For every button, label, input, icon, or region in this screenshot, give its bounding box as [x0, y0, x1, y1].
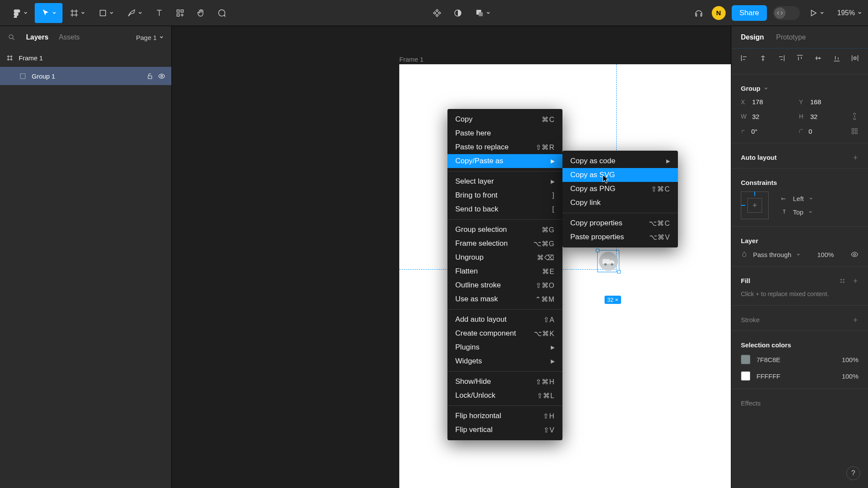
zoom-value: 195% [837, 9, 855, 17]
layer-frame-1[interactable]: Frame 1 [0, 49, 171, 67]
group-heading[interactable]: Group [741, 85, 760, 92]
layer-group-1[interactable]: Group 1 [0, 67, 171, 85]
mask-toggle-button[interactable] [448, 3, 468, 23]
menu-item[interactable]: Send to back[ [447, 202, 562, 216]
menu-item[interactable]: Paste to replace⇧⌘R [447, 140, 562, 154]
dev-mode-toggle[interactable] [773, 6, 800, 20]
component-insert-button[interactable] [427, 3, 447, 23]
layer-opacity[interactable]: 100% [817, 251, 834, 258]
color1-opacity[interactable]: 100% [842, 356, 858, 363]
shape-tool-button[interactable] [92, 3, 120, 23]
context-menu: Copy⌘CPaste herePaste to replace⇧⌘RCopy/… [447, 109, 562, 440]
frame-label[interactable]: Frame 1 [399, 56, 424, 63]
tab-design[interactable]: Design [741, 33, 764, 41]
color2-hex[interactable]: FFFFFF [756, 373, 780, 380]
constraint-horizontal[interactable]: Left [781, 195, 813, 202]
x-value[interactable]: 178 [752, 98, 776, 106]
independent-corners-icon[interactable] [851, 127, 858, 135]
pen-tool-button[interactable] [121, 3, 148, 23]
menu-item[interactable]: Plugins▶ [447, 340, 562, 354]
align-controls [731, 49, 868, 69]
color-swatch-1[interactable] [741, 355, 750, 364]
page-selector-label: Page 1 [136, 34, 157, 41]
menu-item[interactable]: Copy/Paste as▶ [447, 154, 562, 168]
menu-item[interactable]: Select layer▶ [447, 175, 562, 188]
color-swatch-2[interactable] [741, 371, 750, 381]
corner-radius-icon [798, 128, 804, 134]
hand-tool-button[interactable] [191, 3, 211, 23]
audio-button[interactable] [692, 3, 706, 23]
svg-point-21 [843, 279, 844, 280]
menu-item[interactable]: Ungroup⌘⌫ [447, 251, 562, 264]
radius-value[interactable]: 0 [809, 128, 832, 135]
comment-tool-button[interactable] [212, 3, 232, 23]
y-value[interactable]: 168 [810, 98, 834, 106]
tab-assets[interactable]: Assets [59, 33, 80, 41]
add-auto-layout-icon[interactable] [852, 155, 858, 161]
align-vcenter-icon[interactable] [814, 54, 822, 63]
align-left-icon[interactable] [740, 54, 749, 63]
tab-prototype[interactable]: Prototype [776, 33, 806, 41]
figma-menu-button[interactable] [6, 3, 34, 23]
menu-item[interactable]: Copy as code▶ [562, 154, 678, 168]
menu-item[interactable]: Flip vertical⇧V [447, 423, 562, 437]
constraint-vertical[interactable]: Top [781, 208, 813, 216]
constrain-proportions-icon[interactable] [851, 112, 858, 120]
color2-opacity[interactable]: 100% [842, 373, 858, 380]
w-value[interactable]: 32 [752, 113, 776, 120]
align-bottom-icon[interactable] [832, 54, 841, 63]
menu-item[interactable]: Copy link [562, 196, 678, 210]
truck-icon[interactable] [599, 252, 618, 273]
menu-item[interactable]: Show/Hide⇧⌘H [447, 375, 562, 389]
svg-rect-6 [479, 12, 483, 16]
menu-item[interactable]: Flatten⌘E [447, 264, 562, 278]
align-right-icon[interactable] [777, 54, 786, 63]
present-button[interactable] [806, 3, 827, 23]
align-hcenter-icon[interactable] [759, 54, 767, 63]
menu-item[interactable]: Create component⌥⌘K [447, 326, 562, 340]
menu-item[interactable]: Copy as SVG [562, 168, 678, 182]
menu-item[interactable]: Bring to front] [447, 188, 562, 202]
share-button[interactable]: Share [732, 5, 767, 21]
menu-item[interactable]: Paste properties⌥⌘V [562, 230, 678, 244]
menu-item[interactable]: Copy properties⌥⌘C [562, 216, 678, 230]
h-value[interactable]: 32 [810, 113, 834, 120]
text-tool-button[interactable] [149, 3, 169, 23]
menu-item[interactable]: Paste here [447, 126, 562, 140]
page-selector[interactable]: Page 1 [136, 34, 164, 41]
menu-item[interactable]: Copy⌘C [447, 112, 562, 126]
fill-styles-icon[interactable] [839, 278, 845, 284]
auto-layout-heading: Auto layout [741, 154, 777, 161]
menu-item[interactable]: Outline stroke⇧⌘O [447, 278, 562, 292]
menu-item[interactable]: Add auto layout⇧A [447, 313, 562, 326]
menu-item[interactable]: Copy as PNG⇧⌘C [562, 182, 678, 196]
color1-hex[interactable]: 7F8C8E [756, 356, 780, 363]
zoom-control[interactable]: 195% [837, 9, 862, 17]
rotation-value[interactable]: 0° [751, 128, 775, 135]
visibility-icon[interactable] [851, 251, 858, 258]
unlock-icon[interactable] [146, 73, 154, 80]
menu-item[interactable]: Group selection⌘G [447, 223, 562, 237]
add-fill-icon[interactable] [852, 278, 858, 284]
menu-item[interactable]: Widgets▶ [447, 354, 562, 368]
tab-layers[interactable]: Layers [26, 33, 49, 41]
blend-mode[interactable]: Pass through [741, 251, 800, 258]
frame-tool-button[interactable] [63, 3, 91, 23]
resources-button[interactable] [170, 3, 190, 23]
menu-item[interactable]: Flip horizontal⇧H [447, 409, 562, 423]
search-icon[interactable] [8, 33, 16, 41]
menu-item[interactable]: Use as mask⌃⌘M [447, 292, 562, 306]
user-avatar[interactable]: N [712, 6, 726, 20]
stroke-heading: Stroke [741, 316, 760, 323]
menu-item[interactable]: Frame selection⌥⌘G [447, 237, 562, 251]
distribute-icon[interactable] [851, 54, 859, 63]
help-button[interactable]: ? [846, 466, 860, 480]
align-top-icon[interactable] [796, 54, 804, 63]
layers-panel: Layers Assets Page 1 Frame 1 Group 1 [0, 26, 172, 488]
boolean-ops-button[interactable] [469, 3, 496, 23]
constraints-widget[interactable]: + [741, 191, 769, 219]
menu-item[interactable]: Lock/Unlock⇧⌘L [447, 389, 562, 402]
move-tool-button[interactable] [35, 3, 62, 23]
visibility-icon[interactable] [158, 73, 165, 80]
add-stroke-icon[interactable] [852, 317, 858, 323]
